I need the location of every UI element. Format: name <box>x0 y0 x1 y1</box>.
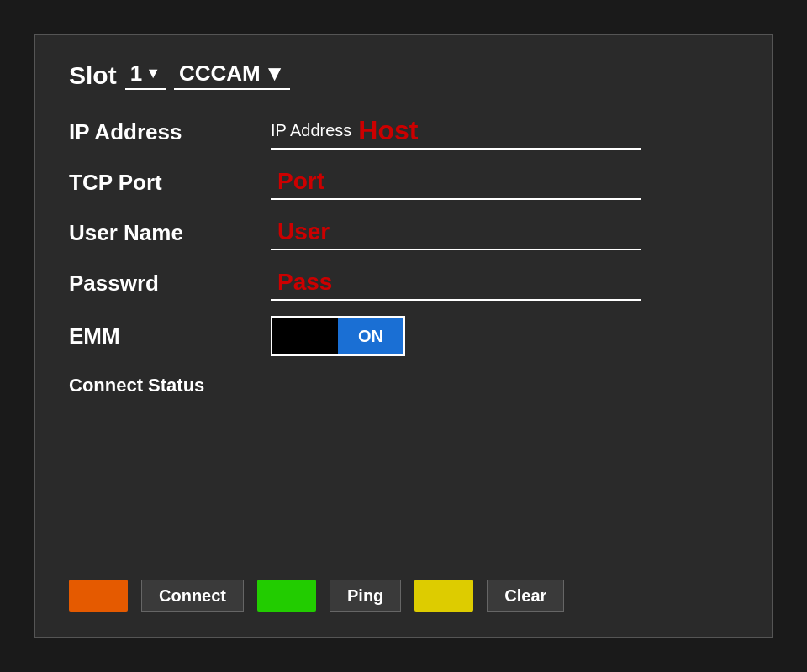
user-name-row: User Name <box>69 215 738 250</box>
ping-button[interactable]: Ping <box>330 580 401 612</box>
footer: Connect Ping Clear <box>69 563 564 612</box>
ip-address-label: IP Address <box>69 119 254 145</box>
slot-arrow-icon: ▼ <box>145 65 161 82</box>
toggle-off-side <box>272 318 338 354</box>
protocol-dropdown[interactable]: CCCAM ▼ <box>174 60 291 90</box>
emm-label: EMM <box>69 323 254 349</box>
protocol-arrow-icon: ▼ <box>264 60 286 87</box>
emm-row: EMM ON <box>69 316 738 356</box>
tcp-port-label: TCP Port <box>69 170 254 196</box>
password-label: Passwrd <box>69 270 254 297</box>
clear-button[interactable]: Clear <box>487 580 564 612</box>
toggle-on-side: ON <box>338 318 404 354</box>
connect-button[interactable]: Connect <box>141 580 244 612</box>
connect-swatch <box>69 580 128 612</box>
ip-address-input-wrapper: IP Address Host <box>271 115 641 150</box>
toggle-on-label: ON <box>358 327 383 346</box>
ping-swatch <box>257 580 316 612</box>
ip-prefix-label: IP Address <box>271 121 351 140</box>
slot-title: Slot <box>69 61 117 90</box>
tcp-port-row: TCP Port <box>69 165 738 200</box>
user-name-label: User Name <box>69 220 254 246</box>
tcp-port-input[interactable] <box>271 165 641 200</box>
ip-address-placeholder: Host <box>358 115 418 146</box>
password-input[interactable] <box>271 265 641 301</box>
password-row: Passwrd <box>69 265 738 301</box>
slot-value: 1 <box>130 60 142 87</box>
emm-toggle[interactable]: ON <box>271 316 405 356</box>
user-name-input[interactable] <box>271 215 641 250</box>
password-input-wrapper <box>271 265 641 301</box>
main-panel: Slot 1 ▼ CCCAM ▼ IP Address IP Address H… <box>34 34 773 638</box>
header-row: Slot 1 ▼ CCCAM ▼ <box>69 60 738 90</box>
user-name-input-wrapper <box>271 215 641 250</box>
slot-dropdown[interactable]: 1 ▼ <box>125 60 166 90</box>
connect-status-label: Connect Status <box>69 375 204 396</box>
clear-swatch <box>414 580 473 612</box>
form-section: IP Address IP Address Host TCP Port User… <box>69 115 738 612</box>
ip-address-row: IP Address IP Address Host <box>69 115 738 150</box>
tcp-port-input-wrapper <box>271 165 641 200</box>
protocol-value: CCCAM <box>179 60 261 87</box>
connect-status-row: Connect Status <box>69 375 738 396</box>
